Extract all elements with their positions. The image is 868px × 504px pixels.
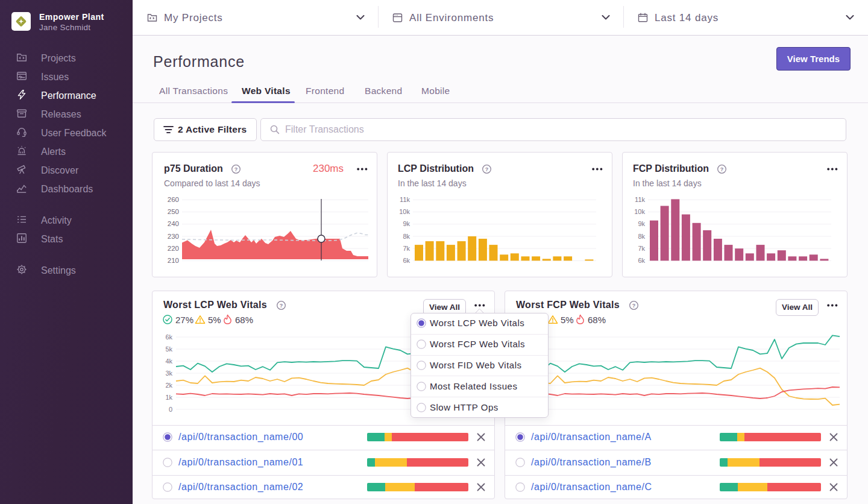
svg-text:8k: 8k	[403, 233, 410, 240]
svg-text:8k: 8k	[638, 233, 645, 240]
svg-text:6k: 6k	[165, 333, 172, 341]
svg-text:210: 210	[168, 257, 179, 264]
svg-text:11k: 11k	[400, 196, 410, 203]
svg-text:7k: 7k	[403, 245, 410, 252]
svg-text:240: 240	[168, 220, 179, 227]
svg-text:230: 230	[168, 233, 179, 240]
svg-text:10k: 10k	[634, 208, 645, 215]
svg-text:2k: 2k	[165, 382, 172, 389]
svg-text:9k: 9k	[638, 220, 645, 227]
svg-text:10k: 10k	[399, 208, 410, 215]
svg-text:9k: 9k	[403, 220, 410, 227]
svg-text:6k: 6k	[403, 257, 410, 264]
svg-text:3k: 3k	[165, 370, 172, 377]
svg-text:250: 250	[168, 208, 179, 215]
svg-text:7k: 7k	[638, 245, 645, 252]
svg-text:4k: 4k	[165, 358, 172, 365]
svg-text:11k: 11k	[635, 196, 645, 203]
svg-text:260: 260	[168, 196, 179, 203]
svg-text:1k: 1k	[165, 394, 172, 401]
svg-text:5k: 5k	[165, 345, 172, 353]
svg-text:6k: 6k	[638, 257, 645, 264]
svg-text:220: 220	[168, 245, 179, 252]
svg-text:0: 0	[169, 406, 172, 413]
